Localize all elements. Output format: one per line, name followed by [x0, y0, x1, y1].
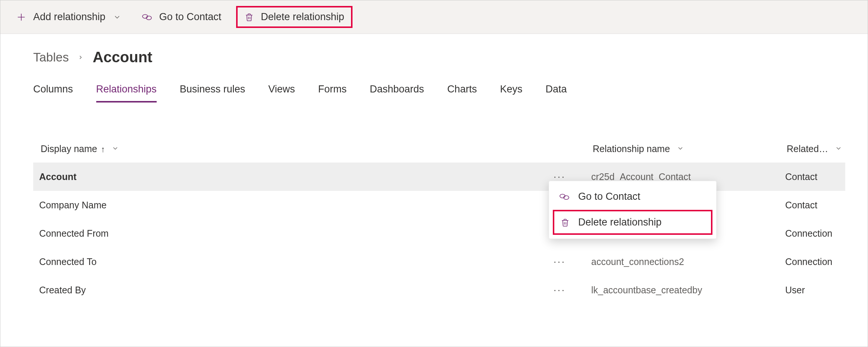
page-title: Account: [93, 49, 152, 66]
table-row[interactable]: Connected To ··· account_connections2 Co…: [33, 247, 845, 276]
delete-relationship-button[interactable]: Delete relationship: [236, 6, 352, 28]
cell-related: User: [785, 285, 839, 296]
context-goto-label: Go to Contact: [578, 191, 640, 202]
tab-business-rules[interactable]: Business rules: [180, 83, 245, 102]
cell-display-name: Account: [39, 171, 543, 182]
tab-relationships[interactable]: Relationships: [96, 83, 157, 102]
cell-related: Connection: [785, 256, 839, 267]
cell-display-name: Created By: [39, 285, 543, 296]
cell-related: Contact: [785, 171, 839, 182]
command-bar: Add relationship Go to Contact Delete re…: [0, 0, 868, 34]
tab-views[interactable]: Views: [268, 83, 295, 102]
col-display-name[interactable]: Display name: [39, 143, 591, 154]
trash-icon: [244, 12, 254, 22]
chevron-down-icon: [113, 13, 121, 21]
link-icon: [559, 193, 570, 201]
table-header: Display name Relationship name Related…: [33, 143, 845, 163]
context-delete-label: Delete relationship: [578, 217, 662, 228]
col-related[interactable]: Related…: [785, 143, 842, 154]
table-row[interactable]: Account ··· cr25d_Account_Contact Contac…: [33, 163, 845, 191]
context-delete-relationship[interactable]: Delete relationship: [553, 210, 712, 235]
col-relationship-name[interactable]: Relationship name: [591, 143, 785, 154]
tab-columns[interactable]: Columns: [33, 83, 73, 102]
chevron-right-icon: [78, 52, 84, 63]
cell-related: Connection: [785, 228, 839, 239]
tab-dashboards[interactable]: Dashboards: [370, 83, 424, 102]
cell-display-name: Connected To: [39, 256, 543, 267]
col-relationship-name-label: Relationship name: [593, 143, 670, 154]
tab-keys[interactable]: Keys: [500, 83, 522, 102]
goto-contact-button[interactable]: Go to Contact: [136, 7, 227, 26]
col-display-name-label: Display name: [41, 143, 105, 154]
row-actions-icon[interactable]: ···: [543, 256, 591, 268]
chevron-down-icon: [677, 143, 684, 154]
cell-relationship-name: lk_accountbase_createdby: [591, 285, 785, 296]
breadcrumb: Tables Account: [33, 49, 845, 66]
breadcrumb-root[interactable]: Tables: [33, 50, 69, 64]
tab-forms[interactable]: Forms: [318, 83, 347, 102]
chevron-down-icon: [835, 143, 842, 154]
row-context-menu: Go to Contact Delete relationship: [549, 181, 717, 239]
table-row[interactable]: Company Name ··· ccounts Contact: [33, 191, 845, 219]
cell-display-name: Company Name: [39, 200, 543, 211]
context-goto-contact[interactable]: Go to Contact: [549, 184, 716, 209]
cell-display-name: Connected From: [39, 228, 543, 239]
relationships-table: Display name Relationship name Related…: [33, 143, 845, 304]
chevron-down-icon: [112, 143, 119, 154]
goto-contact-label: Go to Contact: [159, 11, 222, 23]
plus-icon: [16, 12, 26, 22]
trash-icon: [560, 217, 570, 228]
table-row[interactable]: Connected From ··· s1 Connection: [33, 219, 845, 247]
add-relationship-label: Add relationship: [33, 11, 106, 23]
main-content: Tables Account Columns Relationships Bus…: [0, 34, 868, 304]
delete-relationship-label: Delete relationship: [261, 11, 344, 23]
table-row[interactable]: Created By ··· lk_accountbase_createdby …: [33, 276, 845, 304]
tab-data[interactable]: Data: [545, 83, 567, 102]
cell-relationship-name: account_connections2: [591, 256, 785, 267]
link-icon: [141, 13, 153, 21]
tab-bar: Columns Relationships Business rules Vie…: [33, 83, 845, 102]
tab-charts[interactable]: Charts: [447, 83, 477, 102]
col-related-label: Related…: [787, 143, 828, 154]
add-relationship-button[interactable]: Add relationship: [11, 7, 126, 26]
cell-related: Contact: [785, 200, 839, 211]
row-actions-icon[interactable]: ···: [543, 284, 591, 296]
